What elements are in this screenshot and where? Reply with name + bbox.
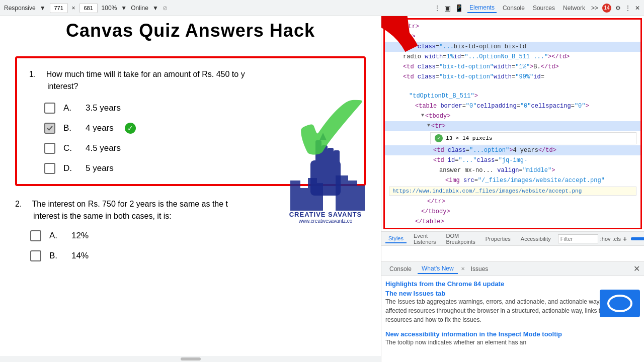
code-line-10[interactable]: <td class="...option">4 years</td> [385,145,640,155]
code-line-2[interactable]: <td class="...bix-td-option bix-td [385,42,640,52]
code-line-6[interactable]: "tdOptionDt_B_511"> [385,91,640,101]
option-a[interactable]: A. 3.5 years [44,103,352,114]
checkbox-b[interactable] [44,123,55,134]
add-style-icon[interactable]: + [623,235,627,243]
devtools-url-bar: https://www.indiabix.com/_files/images/w… [389,187,636,196]
option2-b[interactable]: B. 14% [30,250,366,261]
thumbnail-circle [607,295,632,312]
width-field[interactable] [50,3,68,13]
zoom-dropdown-icon[interactable]: ▼ [121,5,127,12]
code-line-3[interactable]: radio width=1% id="...OptionNo_B_511 ...… [385,52,640,62]
console-body: Highlights from the Chrome 84 update The… [381,276,644,362]
styles-filter-input[interactable] [558,234,598,243]
checkbox2-b[interactable] [30,250,41,261]
network-tab-top[interactable]: Network [561,4,587,13]
tab-whats-new[interactable]: What's New [418,264,458,274]
correct-icon: ✓ [125,123,136,134]
option-b[interactable]: B. 4 years ✓ [44,123,352,134]
close-devtools-icon[interactable]: ✕ [635,5,640,12]
console-tabs: Console What's New ✕ Issues ✕ [381,262,644,276]
browser-toolbar: Responsive ▼ × 100% ▼ Online ▼ ⊘ ⋮ ▣ 📱 E… [0,0,644,16]
styles-tabs: Styles Event Listeners DOM Breakpoints P… [381,232,644,246]
height-field[interactable] [79,3,98,13]
styles-panel: Styles Event Listeners DOM Breakpoints P… [381,231,644,261]
devtools-tooltip: ✓ 13 × 14 pixels [430,132,636,144]
option-c-letter: C. [63,143,77,153]
cls-toggle[interactable]: .cls [613,236,621,242]
option-b-text: 4 years [86,123,114,133]
checkbox-c[interactable] [44,143,55,154]
question1-highlight-box: ✔ 1. How much time will it take for an a… [15,56,366,186]
tab-properties[interactable]: Properties [482,235,514,243]
option-a-text: 3.5 years [86,103,121,113]
tooltip-text: 13 × 14 pixels [446,135,492,141]
page-title: Canvas Quiz Answers Hack [66,20,315,41]
console-close-button[interactable]: ✕ [633,264,640,274]
zoom-label[interactable]: 100% [102,5,117,12]
code-line-5[interactable]: <td class="bix-td-option" width="99%" id… [385,72,640,91]
more-options-icon[interactable]: ⋮ [434,5,440,12]
tab-event-listeners[interactable]: Event Listeners [411,232,439,246]
option2-b-text: 14% [71,251,89,261]
width-input [50,3,68,13]
option2-a[interactable]: A. 12% [30,230,366,241]
tab-accessibility[interactable]: Accessibility [518,235,554,243]
tab-issues[interactable]: Issues [467,264,493,274]
whats-new-close[interactable]: ✕ [461,266,465,272]
responsive-label[interactable]: Responsive [4,5,36,12]
quiz-scrollbar[interactable] [0,356,381,362]
code-line-12[interactable]: answer mx-no... valign="middle"> [385,165,640,175]
devtools-code-area[interactable]: ▶</tr> ▼<tr> <td class="...bix-td-option… [383,18,642,229]
code-line-1[interactable]: ▼<tr> [385,32,640,42]
console-item-2: New accessibility information in the Ins… [385,330,640,347]
option2-a-text: 12% [71,231,89,241]
dropdown-icon[interactable]: ▼ [40,5,46,12]
option-d[interactable]: D. 5 years [44,163,352,174]
checkbox-d[interactable] [44,163,55,174]
code-line-0[interactable]: ▶</tr> [385,22,640,32]
style-color-preview [631,237,644,240]
no-throttle-icon: ⊘ [163,5,168,12]
console-tab-top[interactable]: Console [501,4,527,13]
scrollbar-thumb[interactable] [181,357,201,360]
hover-toggle[interactable]: :hov [600,236,611,242]
tab-styles[interactable]: Styles [385,234,407,243]
vertical-dots-icon[interactable]: ⋮ [625,5,631,12]
tab-console[interactable]: Console [385,264,416,274]
option-d-text: 5 years [86,163,114,173]
code-line-close2[interactable]: </tbody> [385,207,640,217]
question2-body2: interest is the same in both cases, it i… [15,212,172,220]
question1-body2: interest? [29,82,78,90]
console-item2-title[interactable]: New accessibility information in the Ins… [385,330,640,338]
code-line-close1[interactable]: </tr> [385,197,640,207]
device-icon[interactable]: 📱 [455,4,463,12]
screenshot-icon[interactable]: ▣ [444,4,451,12]
sources-tab-top[interactable]: Sources [531,4,557,13]
code-line-11[interactable]: <td id="..." class="jq-img- [385,155,640,165]
option-b-letter: B. [63,123,77,133]
online-label[interactable]: Online [131,5,148,12]
main-area: Canvas Quiz Answers Hack ✔ 1. How much t… [0,16,644,362]
online-dropdown-icon[interactable]: ▼ [152,5,158,12]
checkbox-a[interactable] [44,103,55,114]
code-line-8[interactable]: ▼<tbody> [385,111,640,121]
more-tabs-icon[interactable]: >> [591,5,598,12]
option-d-letter: D. [63,163,77,173]
option-c-text: 4.5 years [86,143,121,153]
elements-tab[interactable]: Elements [467,3,497,13]
error-badge: 14 [602,4,611,13]
tooltip-badge: ✓ [435,134,443,142]
checkbox2-a[interactable] [30,230,41,241]
code-line-13[interactable]: <img src="/_files/images/website/accept.… [385,175,640,186]
code-line-close3[interactable]: </table> [385,217,640,227]
code-line-4[interactable]: <td class="bix-td-option" width="1%">B.<… [385,62,640,72]
code-line-9[interactable]: ▼<tr> [385,121,640,131]
option-a-letter: A. [63,103,77,113]
height-input [79,3,98,13]
console-item-1: The new Issues tab The Issues tab aggreg… [385,290,640,324]
settings-icon[interactable]: ⚙ [615,5,621,12]
tab-dom-breakpoints[interactable]: DOM Breakpoints [443,232,478,246]
code-line-7[interactable]: <table border="0" cellpadding="0" cellsp… [385,101,640,111]
option-c[interactable]: C. 4.5 years [44,143,352,154]
code-line-close4[interactable]: </tr> [385,227,640,229]
